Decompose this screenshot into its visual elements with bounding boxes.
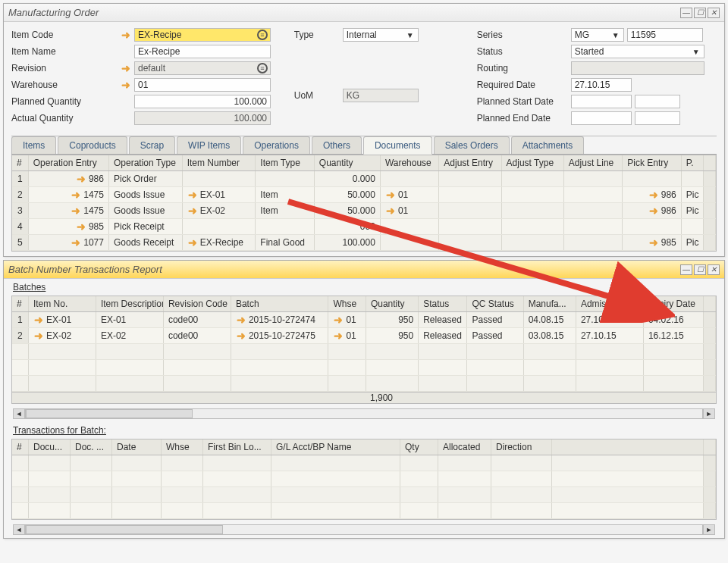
column-header[interactable]: Date [112, 439, 162, 455]
column-header[interactable]: Revision Code [164, 296, 231, 311]
drill-icon[interactable]: ➜ [187, 189, 198, 200]
table-row[interactable]: 1➜ 986Pick Order0.000 [12, 171, 716, 187]
column-header[interactable]: Adjust Line [564, 155, 623, 170]
column-header[interactable]: Operation Entry [29, 155, 109, 170]
scroll-left-button[interactable]: ◄ [13, 524, 25, 535]
h-scrollbar[interactable]: ◄ ► [13, 524, 715, 535]
warehouse-input[interactable]: 01 [134, 78, 271, 92]
h-scrollbar[interactable]: ◄ ► [13, 408, 715, 419]
column-header[interactable]: Adjust Type [502, 155, 564, 170]
column-header[interactable]: Doc. ... [71, 439, 112, 455]
tab-sales-orders[interactable]: Sales Orders [434, 136, 510, 154]
tab-attachments[interactable]: Attachments [511, 136, 585, 154]
scroll-thumb[interactable] [26, 409, 193, 418]
column-header[interactable]: # [12, 439, 29, 455]
table-row[interactable]: 5➜ 1077Goods Receipt➜ EX-RecipeFinal Goo… [12, 235, 716, 251]
drill-icon[interactable]: ➜ [71, 205, 81, 216]
planned-start-time[interactable] [635, 95, 680, 108]
series-no-input[interactable]: 11595 [627, 28, 703, 42]
table-row[interactable]: 2➜ EX-02EX-02code00➜ 2015-10-272475➜ 019… [12, 328, 716, 344]
column-header[interactable]: Allocated [438, 439, 491, 455]
drill-icon[interactable]: ➜ [121, 63, 131, 74]
tab-wip-items[interactable]: WIP Items [177, 136, 241, 154]
column-header[interactable]: Manufa... [524, 296, 576, 311]
tab-others[interactable]: Others [312, 136, 362, 154]
drill-icon[interactable]: ➜ [236, 330, 246, 341]
item-name-input[interactable]: Ex-Recipe [134, 45, 271, 58]
titlebar[interactable]: Batch Number Transactions Report — ☐ ✕ [4, 261, 724, 279]
column-header[interactable]: Item Type [256, 155, 314, 170]
tab-operations[interactable]: Operations [243, 136, 310, 154]
column-header[interactable]: First Bin Lo... [203, 439, 271, 455]
column-header[interactable]: Qty [400, 439, 438, 455]
status-select[interactable]: Started ▼ [571, 45, 704, 58]
column-header[interactable]: Quantity [366, 296, 419, 311]
choose-icon[interactable] [257, 63, 268, 74]
table-row[interactable]: 4➜ 985Pick Receipt000 [12, 219, 716, 235]
tab-items[interactable]: Items [11, 136, 56, 154]
revision-input[interactable]: default [134, 61, 271, 75]
maximize-button[interactable]: ☐ [694, 264, 706, 275]
column-header[interactable]: Quantity [315, 155, 381, 170]
drill-icon[interactable]: ➜ [187, 237, 198, 248]
drill-icon[interactable]: ➜ [76, 221, 86, 232]
drill-icon[interactable]: ➜ [385, 189, 396, 200]
scroll-thumb[interactable] [26, 525, 223, 534]
drill-icon[interactable]: ➜ [33, 330, 44, 341]
tab-documents[interactable]: Documents [363, 136, 432, 155]
column-header[interactable]: Status [419, 296, 467, 311]
table-row[interactable]: 2➜ 1475Goods Issue➜ EX-01Item50.000➜ 01➜… [12, 187, 716, 203]
item-code-input[interactable]: EX-Recipe [134, 28, 271, 42]
column-header[interactable]: # [12, 296, 29, 311]
planned-start-input[interactable] [571, 95, 632, 108]
tab-scrap[interactable]: Scrap [129, 136, 175, 154]
table-row[interactable]: 3➜ 1475Goods Issue➜ EX-02Item50.000➜ 01➜… [12, 203, 716, 219]
drill-icon[interactable]: ➜ [385, 205, 396, 216]
column-header[interactable]: Expiry Date [644, 296, 704, 311]
column-header[interactable]: Whse [162, 439, 203, 455]
drill-icon[interactable]: ➜ [33, 314, 44, 325]
planned-qty-input[interactable]: 100.000 [134, 95, 271, 108]
column-header[interactable]: Admission D... [576, 296, 644, 311]
scroll-left-button[interactable]: ◄ [13, 408, 25, 419]
maximize-button[interactable]: ☐ [694, 8, 706, 18]
planned-end-input[interactable] [571, 111, 632, 125]
drill-icon[interactable]: ➜ [333, 314, 344, 325]
drill-icon[interactable]: ➜ [648, 189, 659, 200]
scroll-right-button[interactable]: ► [703, 408, 715, 419]
column-header[interactable]: Warehouse [381, 155, 439, 170]
drill-icon[interactable]: ➜ [76, 174, 86, 184]
column-header[interactable]: Docu... [29, 439, 71, 455]
column-header[interactable]: Whse [328, 296, 366, 311]
req-date-input[interactable]: 27.10.15 [571, 78, 632, 92]
column-header[interactable]: G/L Acct/BP Name [271, 439, 400, 455]
minimize-button[interactable]: — [680, 8, 692, 18]
drill-icon[interactable]: ➜ [121, 80, 131, 90]
column-header[interactable]: Item Description [96, 296, 164, 311]
drill-icon[interactable]: ➜ [333, 330, 344, 341]
close-button[interactable]: ✕ [708, 8, 720, 18]
titlebar[interactable]: Manufacturing Order — ☐ ✕ [4, 4, 724, 22]
column-header[interactable]: Operation Type [109, 155, 183, 170]
drill-icon[interactable]: ➜ [648, 205, 659, 216]
planned-end-time[interactable] [635, 111, 680, 125]
series-select[interactable]: MG ▼ [571, 28, 624, 42]
column-header[interactable]: QC Status [467, 296, 523, 311]
choose-icon[interactable] [257, 30, 268, 40]
column-header[interactable]: # [12, 155, 29, 170]
column-header[interactable]: P. [682, 155, 704, 170]
table-row[interactable]: 1➜ EX-01EX-01code00➜ 2015-10-272474➜ 019… [12, 312, 716, 328]
column-header[interactable]: Item No. [29, 296, 96, 311]
drill-icon[interactable]: ➜ [71, 189, 81, 200]
column-header[interactable]: Item Number [183, 155, 256, 170]
column-header[interactable]: Direction [491, 439, 552, 455]
drill-icon[interactable]: ➜ [187, 205, 198, 216]
drill-icon[interactable]: ➜ [236, 314, 246, 325]
drill-icon[interactable]: ➜ [121, 30, 131, 40]
drill-icon[interactable]: ➜ [71, 237, 81, 248]
tab-coproducts[interactable]: Coproducts [58, 136, 127, 154]
drill-icon[interactable]: ➜ [648, 237, 659, 248]
close-button[interactable]: ✕ [708, 264, 720, 275]
type-select[interactable]: Internal ▼ [343, 28, 419, 42]
scroll-right-button[interactable]: ► [703, 524, 715, 535]
